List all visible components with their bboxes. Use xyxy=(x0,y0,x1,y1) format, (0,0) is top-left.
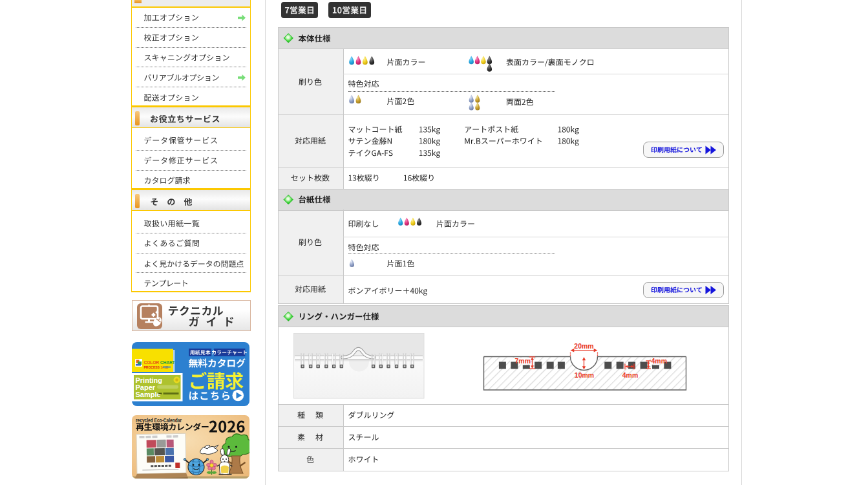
svg-text:7mm: 7mm xyxy=(514,357,531,365)
svg-text:4mm: 4mm xyxy=(622,371,639,379)
svg-text:COLOR CHART: COLOR CHART xyxy=(144,360,176,365)
svg-text:recycled Eco-Calendar: recycled Eco-Calendar xyxy=(136,417,182,424)
svg-text:4mm: 4mm xyxy=(651,357,668,365)
svg-text:Sample: Sample xyxy=(136,391,161,398)
svg-text:20mm: 20mm xyxy=(574,342,593,350)
svg-text:10mm: 10mm xyxy=(575,371,594,379)
